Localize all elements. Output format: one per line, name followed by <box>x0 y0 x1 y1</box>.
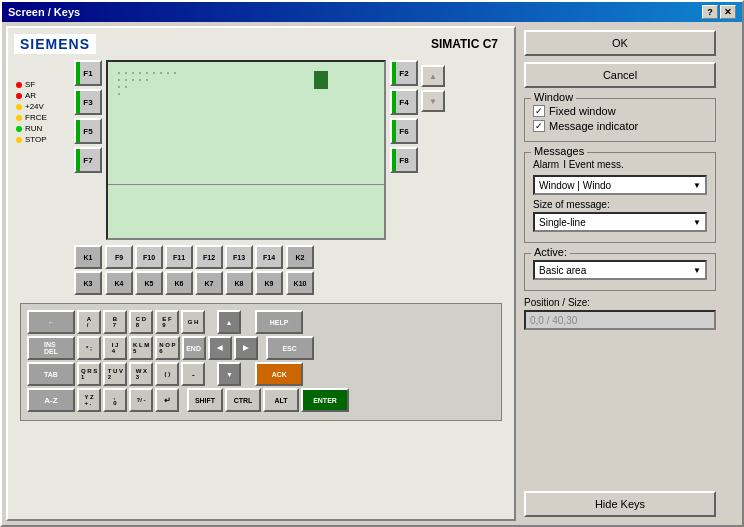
kb-paren-key[interactable]: ( ) <box>155 362 179 386</box>
fkey-f12[interactable]: F12 <box>195 245 223 269</box>
fkey-k1[interactable]: K1 <box>74 245 102 269</box>
fkey-k3[interactable]: K3 <box>74 271 102 295</box>
kb-ins-del-key[interactable]: INSDEL <box>27 336 75 360</box>
svg-point-3 <box>139 72 141 74</box>
kb-end-key[interactable]: END <box>182 336 206 360</box>
led-sf: SF <box>16 80 47 89</box>
svg-point-13 <box>146 79 148 81</box>
fkey-f4[interactable]: F4 <box>390 89 418 115</box>
fkey-f5[interactable]: F5 <box>74 118 102 144</box>
fkey-f9[interactable]: F9 <box>105 245 133 269</box>
fkey-f7[interactable]: F7 <box>74 147 102 173</box>
led-ar-indicator <box>16 93 22 99</box>
kb-star-key[interactable]: * ; <box>77 336 101 360</box>
kb-enter-key[interactable]: ENTER <box>301 388 349 412</box>
kb-right-key[interactable]: ▶ <box>234 336 258 360</box>
kb-qrs-key[interactable]: Q R S1 <box>77 362 101 386</box>
kb-help-key[interactable]: HELP <box>255 310 303 334</box>
cancel-button[interactable]: Cancel <box>524 62 716 88</box>
kb-klm-key[interactable]: K L M5 <box>129 336 153 360</box>
kb-alt-key[interactable]: ALT <box>263 388 299 412</box>
kb-ctrl-key[interactable]: CTRL <box>225 388 261 412</box>
hide-keys-button[interactable]: Hide Keys <box>524 491 716 517</box>
fkey-f14[interactable]: F14 <box>255 245 283 269</box>
svg-rect-17 <box>314 71 328 89</box>
led-sf-indicator <box>16 82 22 88</box>
fkey-f13[interactable]: F13 <box>225 245 253 269</box>
kb-esc-key[interactable]: ESC <box>266 336 314 360</box>
kb-back-key[interactable]: ← <box>27 310 75 334</box>
close-button[interactable]: ✕ <box>720 5 736 19</box>
scroll-up-button[interactable]: ▲ <box>421 65 445 87</box>
kb-question-key[interactable]: ?/ - <box>129 388 153 412</box>
kb-left-key[interactable]: ◀ <box>208 336 232 360</box>
svg-point-7 <box>167 72 169 74</box>
fixed-window-checkbox[interactable]: ✓ <box>533 105 545 117</box>
device-header: SIEMENS SIMATIC C7 <box>14 34 508 54</box>
kb-b-key[interactable]: B7 <box>103 310 127 334</box>
fkey-k6[interactable]: K6 <box>165 271 193 295</box>
kb-shift-key[interactable]: SHIFT <box>187 388 223 412</box>
ok-button[interactable]: OK <box>524 30 716 56</box>
fkey-f2[interactable]: F2 <box>390 60 418 86</box>
kb-yz-key[interactable]: Y Z+ . <box>77 388 101 412</box>
message-indicator-checkbox[interactable]: ✓ <box>533 120 545 132</box>
fkey-k5[interactable]: K5 <box>135 271 163 295</box>
kb-ij-key[interactable]: I J4 <box>103 336 127 360</box>
fkey-k2[interactable]: K2 <box>286 245 314 269</box>
fkey-k9[interactable]: K9 <box>255 271 283 295</box>
fkey-k4[interactable]: K4 <box>105 271 133 295</box>
device-panel: SIEMENS SIMATIC C7 SF AR +24V <box>6 26 516 521</box>
led-frce: FRCE <box>16 113 47 122</box>
message-dropdown[interactable]: Window | Windo ▼ <box>533 175 707 195</box>
window-group-label: Window <box>531 91 576 103</box>
messages-group-label: Messages <box>531 145 587 157</box>
fkey-f1[interactable]: F1 <box>74 60 102 86</box>
fkey-k10[interactable]: K10 <box>286 271 314 295</box>
svg-point-12 <box>139 79 141 81</box>
size-dropdown-arrow: ▼ <box>693 218 701 227</box>
main-window: Screen / Keys ? ✕ SIEMENS SIMATIC C7 SF <box>0 0 744 527</box>
led-run: RUN <box>16 124 47 133</box>
fkey-k8[interactable]: K8 <box>225 271 253 295</box>
window-title: Screen / Keys <box>8 6 80 18</box>
fkey-f3[interactable]: F3 <box>74 89 102 115</box>
help-button[interactable]: ? <box>702 5 718 19</box>
fkey-f10[interactable]: F10 <box>135 245 163 269</box>
fkey-f6[interactable]: F6 <box>390 118 418 144</box>
led-frce-indicator <box>16 115 22 121</box>
active-dropdown[interactable]: Basic area ▼ <box>533 260 707 280</box>
svg-point-8 <box>174 72 176 74</box>
led-ar: AR <box>16 91 47 100</box>
fixed-window-row: ✓ Fixed window <box>533 105 707 117</box>
kb-nop-key[interactable]: N O P6 <box>155 336 179 360</box>
kb-down-key[interactable]: ▼ <box>217 362 241 386</box>
kb-ef-key[interactable]: E F9 <box>155 310 179 334</box>
scroll-down-button[interactable]: ▼ <box>421 90 445 112</box>
kb-ack-key[interactable]: ACK <box>255 362 303 386</box>
fkey-f11[interactable]: F11 <box>165 245 193 269</box>
svg-point-0 <box>118 72 120 74</box>
kb-up-key[interactable]: ▲ <box>217 310 241 334</box>
kb-az-key[interactable]: A-Z <box>27 388 75 412</box>
kb-wx-key[interactable]: W X3 <box>129 362 153 386</box>
kb-tab-key[interactable]: TAB <box>27 362 75 386</box>
svg-point-2 <box>132 72 134 74</box>
active-dropdown-arrow: ▼ <box>693 266 701 275</box>
kb-cd-key[interactable]: C D8 <box>129 310 153 334</box>
size-dropdown[interactable]: Single-line ▼ <box>533 212 707 232</box>
kb-minus-key[interactable]: - <box>181 362 205 386</box>
message-indicator-row: ✓ Message indicator <box>533 120 707 132</box>
svg-point-5 <box>153 72 155 74</box>
kb-comma-key[interactable]: ,0 <box>103 388 127 412</box>
position-label: Position / Size: <box>524 297 716 308</box>
kb-a-key[interactable]: A/ <box>77 310 101 334</box>
kb-enter-small-key[interactable]: ↵ <box>155 388 179 412</box>
position-value: 0,0 / 40,30 <box>524 310 716 330</box>
event-label: I Event mess. <box>563 159 624 170</box>
kb-gh-key[interactable]: G H <box>181 310 205 334</box>
kb-tuv-key[interactable]: T U V2 <box>103 362 127 386</box>
fkey-f8[interactable]: F8 <box>390 147 418 173</box>
fkey-k7[interactable]: K7 <box>195 271 223 295</box>
svg-point-15 <box>125 86 127 88</box>
